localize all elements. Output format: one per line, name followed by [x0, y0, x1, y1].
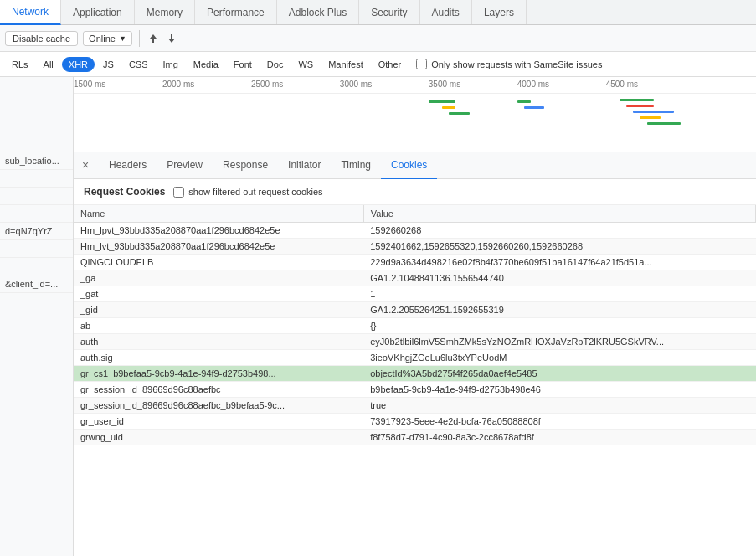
sidebar-item[interactable] — [0, 188, 73, 205]
cookie-name-cell: _ga — [74, 270, 363, 286]
sub-tab-headers[interactable]: Headers — [99, 152, 157, 179]
table-row[interactable]: _gaGA1.2.1048841136.1556544740 — [74, 270, 756, 286]
cookie-value-cell: GA1.2.1048841136.1556544740 — [363, 270, 755, 286]
cookie-name-cell: _gat — [74, 286, 363, 302]
chevron-down-icon: ▼ — [119, 34, 126, 43]
sidebar-item[interactable]: &client_id=... — [0, 275, 73, 293]
filter-all[interactable]: All — [37, 57, 60, 72]
sidebar-item[interactable]: d=qN7qYrZ — [0, 223, 73, 240]
cookie-value-cell: true — [363, 398, 755, 414]
tab-network[interactable]: Network — [0, 0, 61, 25]
column-header-value: Value — [363, 205, 755, 223]
filter-font[interactable]: Font — [227, 57, 259, 72]
table-row[interactable]: _gidGA1.2.2055264251.1592655319 — [74, 302, 756, 318]
timeline-left-panel — [0, 77, 74, 152]
tab-adblock[interactable]: Adblock Plus — [277, 0, 359, 24]
table-row[interactable]: auth.sig3ieoVKhgjZGeLu6lu3txYPeUodM — [74, 350, 756, 366]
download-icon[interactable] — [165, 32, 178, 45]
samesite-filter-label[interactable]: Only show requests with SameSite issues — [416, 59, 602, 70]
sub-tab-timing[interactable]: Timing — [331, 152, 381, 179]
timeline-cursor — [620, 94, 620, 152]
cookie-value-cell: {} — [363, 318, 755, 334]
table-row[interactable]: Hm_lpvt_93bbd335a208870aa1f296bcd6842e5e… — [74, 223, 756, 239]
cookie-name-cell: gr_session_id_89669d96c88aefbc_b9befaa5-… — [74, 398, 363, 414]
timeline-bar — [620, 99, 654, 101]
cookie-value-cell: 73917923-5eee-4e2d-bcfa-76a05088808f — [363, 414, 755, 430]
tick-3000: 3000 ms — [340, 80, 372, 89]
filter-js[interactable]: JS — [96, 57, 121, 72]
filter-other[interactable]: Other — [372, 57, 409, 72]
timeline-bar — [524, 106, 544, 109]
tab-security[interactable]: Security — [359, 0, 419, 24]
request-cookies-title: Request Cookies — [84, 186, 165, 198]
sidebar-item[interactable] — [0, 258, 73, 275]
show-filtered-checkbox[interactable] — [173, 187, 184, 198]
tick-2000: 2000 ms — [162, 80, 194, 89]
samesite-checkbox[interactable] — [416, 59, 427, 70]
filter-rls[interactable]: RLs — [5, 57, 35, 72]
column-header-name: Name — [74, 205, 363, 223]
show-filtered-label[interactable]: show filtered out request cookies — [173, 187, 322, 198]
tab-application[interactable]: Application — [61, 0, 135, 24]
table-row[interactable]: autheyJ0b2tlbil6lmV5SmhZMk5sYzNOZmRHOXJa… — [74, 334, 756, 350]
table-row[interactable]: grwng_uidf8f758d7-d791-4c90-8a3c-2cc8678… — [74, 430, 756, 445]
main-area: sub_locatio... d=qN7qYrZ &client_id=... … — [0, 152, 756, 556]
table-row[interactable]: _gat1 — [74, 286, 756, 302]
cookie-value-cell: 1592401662,1592655320,1592660260,1592660… — [363, 239, 755, 255]
filter-doc[interactable]: Doc — [260, 57, 291, 72]
cookie-name-cell: Hm_lpvt_93bbd335a208870aa1f296bcd6842e5e — [74, 223, 363, 239]
tab-performance[interactable]: Performance — [195, 0, 277, 24]
table-row[interactable]: gr_session_id_89669d96c88aefbcb9befaa5-9… — [74, 382, 756, 398]
tab-memory[interactable]: Memory — [135, 0, 195, 24]
filter-css[interactable]: CSS — [122, 57, 155, 72]
timeline-bar — [449, 112, 469, 115]
sub-tab-cookies[interactable]: Cookies — [381, 152, 437, 179]
online-select[interactable]: Online ▼ — [83, 31, 132, 46]
table-row[interactable]: gr_cs1_b9befaa5-9cb9-4a1e-94f9-d2753b498… — [74, 366, 756, 382]
cookie-value-cell: eyJ0b2tlbil6lmV5SmhZMk5sYzNOZmRHOXJaVzRp… — [363, 334, 755, 350]
sub-tab-preview[interactable]: Preview — [157, 152, 213, 179]
sidebar-item[interactable]: sub_locatio... — [0, 152, 73, 170]
separator — [139, 30, 140, 47]
filter-media[interactable]: Media — [187, 57, 225, 72]
tab-layers[interactable]: Layers — [472, 0, 527, 24]
table-row[interactable]: Hm_lvt_93bbd335a208870aa1f296bcd6842e5e1… — [74, 239, 756, 255]
cookie-value-cell: 1 — [363, 286, 755, 302]
close-panel-button[interactable]: × — [77, 157, 94, 173]
table-row[interactable]: ab{} — [74, 318, 756, 334]
network-toolbar: Disable cache Online ▼ — [0, 25, 756, 52]
disable-cache-button[interactable]: Disable cache — [5, 31, 78, 46]
sub-tab-initiator[interactable]: Initiator — [278, 152, 331, 179]
tick-2500: 2500 ms — [251, 80, 283, 89]
cookie-value-cell: f8f758d7-d791-4c90-8a3c-2cc8678afd8f — [363, 430, 755, 445]
timeline-bar — [626, 105, 654, 107]
sub-tab-bar: × Headers Preview Response Initiator Tim… — [74, 152, 756, 179]
table-row[interactable]: gr_session_id_89669d96c88aefbc_b9befaa5-… — [74, 398, 756, 414]
sidebar-item[interactable] — [0, 170, 73, 188]
tick-1500: 1500 ms — [74, 80, 105, 89]
timeline-main: 1500 ms 2000 ms 2500 ms 3000 ms 3500 ms … — [74, 77, 756, 152]
cookie-value-cell: objectId%3A5bd275f4f265da0aef4e5485 — [363, 366, 755, 382]
cookie-value-cell: 1592660268 — [363, 223, 755, 239]
timeline-ticks: 1500 ms 2000 ms 2500 ms 3000 ms 3500 ms … — [74, 77, 756, 94]
filter-xhr[interactable]: XHR — [62, 57, 95, 72]
table-row[interactable]: gr_user_id73917923-5eee-4e2d-bcfa-76a050… — [74, 414, 756, 430]
filter-ws[interactable]: WS — [291, 57, 320, 72]
timeline-bar — [429, 100, 456, 103]
cookie-name-cell: ab — [74, 318, 363, 334]
upload-icon[interactable] — [147, 32, 160, 45]
cookie-value-cell: 3ieoVKhgjZGeLu6lu3txYPeUodM — [363, 350, 755, 366]
tab-audits[interactable]: Audits — [420, 0, 472, 24]
cookie-name-cell: gr_user_id — [74, 414, 363, 430]
sidebar-item[interactable] — [0, 240, 73, 258]
filter-bar: RLs All XHR JS CSS Img Media Font Doc WS… — [0, 52, 756, 77]
sidebar-item[interactable] — [0, 205, 73, 223]
timeline-bars — [74, 94, 756, 152]
filter-manifest[interactable]: Manifest — [321, 57, 370, 72]
cookie-name-cell: gr_session_id_89669d96c88aefbc — [74, 382, 363, 398]
table-row[interactable]: QINGCLOUDELB229d9a3634d498216e02f8b4f377… — [74, 255, 756, 270]
filter-img[interactable]: Img — [157, 57, 185, 72]
timeline-bar — [442, 106, 455, 109]
cookie-name-cell: auth.sig — [74, 350, 363, 366]
sub-tab-response[interactable]: Response — [213, 152, 278, 179]
